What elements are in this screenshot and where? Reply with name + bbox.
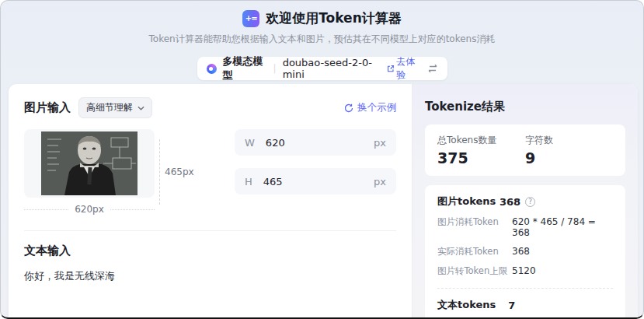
height-dimension-label: 465px [165, 167, 197, 177]
char-count-label: 字符数 [525, 134, 613, 147]
page-subtitle: Token计算器能帮助您根据输入文本和图片，预估其在不同模型上对应的tokens… [1, 33, 643, 46]
model-category-label: 多模态模型 [223, 54, 267, 82]
section-divider [24, 230, 396, 231]
height-input[interactable]: H 465 px [235, 168, 396, 195]
image-tokens-value: 368 [500, 196, 520, 208]
detail-row: 图片消耗Token 620 * 465 / 784 = 368 [437, 216, 613, 238]
main-card: 图片输入 高细节理解 换个示例 [9, 84, 638, 319]
width-dimension-label: 620px [68, 204, 110, 215]
page-header: += 欢迎使用Token计算器 [1, 1, 643, 27]
width-unit: px [374, 137, 386, 149]
height-input-label: H [245, 176, 252, 188]
height-input-value: 465 [263, 176, 283, 188]
try-model-link[interactable]: 去体验 [387, 55, 421, 82]
total-tokens-label: 总Tokens数量 [437, 134, 525, 147]
detail-mode-dropdown[interactable]: 高细节理解 [78, 97, 152, 118]
detail-mode-value: 高细节理解 [86, 101, 133, 114]
external-link-icon [387, 65, 395, 73]
dashed-divider [437, 288, 613, 289]
divider: | [273, 63, 277, 74]
totals-card: 总Tokens数量 375 字符数 9 [425, 124, 625, 176]
model-name: doubao-seed-2-0-mini [283, 57, 381, 80]
text-input-title: 文本输入 [24, 244, 396, 258]
detail-card: 图片tokens 368 ? 图片消耗Token 620 * 465 / 784… [425, 185, 625, 319]
text-tokens-label: 文本tokens [437, 298, 496, 312]
width-input-value: 620 [266, 137, 285, 149]
image-preview[interactable] [24, 129, 155, 198]
char-count-value: 9 [525, 149, 613, 167]
swap-model-icon[interactable] [427, 64, 438, 73]
shannon-photo [41, 131, 138, 195]
detail-row: 图片转Token上限 5120 [437, 265, 613, 277]
page-title: 欢迎使用Token计算器 [266, 9, 402, 27]
token-calculator-app: += 欢迎使用Token计算器 Token计算器能帮助您根据输入文本和图片，预估… [0, 0, 644, 319]
width-input[interactable]: W 620 px [235, 129, 396, 156]
doubao-logo-icon [207, 64, 217, 74]
chevron-down-icon [138, 106, 144, 110]
change-example-link[interactable]: 换个示例 [344, 101, 396, 114]
detail-row: 实际消耗Token 368 [437, 246, 613, 258]
text-tokens-value: 7 [508, 300, 515, 311]
help-icon[interactable]: ? [525, 197, 535, 207]
tokenize-result-panel: Tokenize结果 总Tokens数量 375 字符数 9 图片tokens … [412, 84, 638, 319]
height-unit: px [374, 176, 386, 188]
image-tokens-label: 图片tokens [437, 195, 500, 209]
input-panel: 图片输入 高细节理解 换个示例 [9, 84, 412, 319]
result-title: Tokenize结果 [425, 100, 625, 114]
image-preview-wrap: 620px [24, 129, 155, 215]
height-dimension: 465px [159, 129, 197, 215]
refresh-icon [344, 103, 353, 113]
width-input-label: W [245, 137, 255, 149]
calculator-chat-icon: += [242, 10, 259, 27]
total-tokens-value: 375 [437, 149, 525, 167]
text-input-area[interactable]: 你好，我是无线深海 [24, 269, 396, 283]
model-selector-bar[interactable]: 多模态模型 | doubao-seed-2-0-mini 去体验 [197, 57, 447, 80]
image-input-title: 图片输入 [24, 100, 71, 115]
width-dimension: 620px [24, 204, 155, 215]
